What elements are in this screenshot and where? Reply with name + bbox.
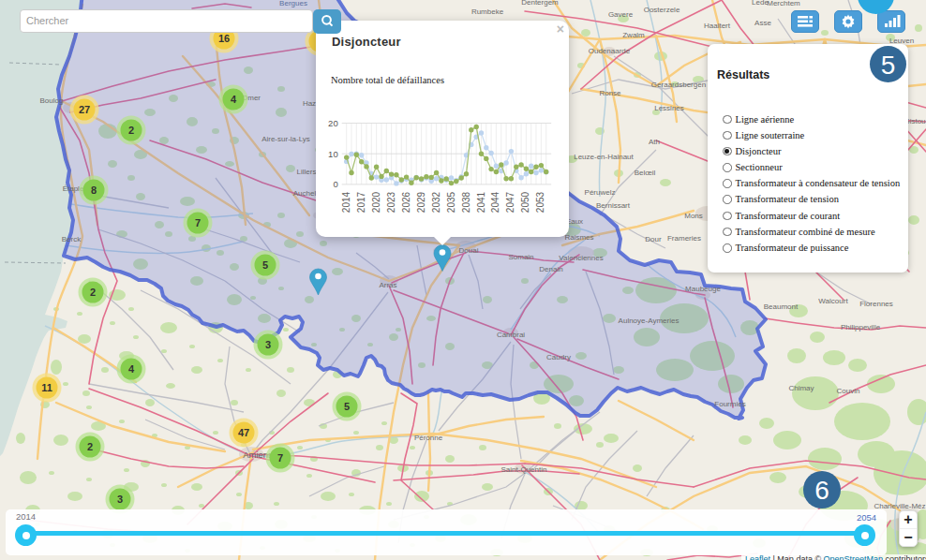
svg-text:Lillers: Lillers bbox=[297, 168, 317, 176]
svg-text:Raismes: Raismes bbox=[564, 233, 593, 242]
svg-text:Ath: Ath bbox=[649, 138, 660, 146]
svg-text:Haaltert: Haaltert bbox=[704, 22, 731, 30]
svg-text:Gavere: Gavere bbox=[608, 10, 634, 19]
svg-text:Oosterzele: Oosterzele bbox=[644, 6, 680, 14]
svg-text:Oudenaarde: Oudenaarde bbox=[589, 47, 631, 55]
svg-text:Saint-Quentin: Saint-Quentin bbox=[501, 465, 547, 474]
svg-text:3: 3 bbox=[117, 494, 123, 505]
svg-text:2014: 2014 bbox=[341, 191, 351, 213]
svg-text:Frameries: Frameries bbox=[667, 234, 701, 243]
svg-text:47: 47 bbox=[238, 427, 249, 438]
svg-text:Haz: Haz bbox=[303, 99, 316, 108]
svg-text:Auchel: Auchel bbox=[293, 189, 317, 198]
svg-text:Beaumont: Beaumont bbox=[764, 302, 799, 311]
svg-text:2029: 2029 bbox=[416, 191, 426, 213]
svg-text:Mons: Mons bbox=[684, 212, 703, 220]
svg-text:Merchtem: Merchtem bbox=[767, 0, 800, 7]
svg-text:20: 20 bbox=[328, 118, 338, 128]
svg-text:Leuze-en-Hainaut: Leuze-en-Hainaut bbox=[574, 153, 634, 161]
svg-text:2041: 2041 bbox=[476, 191, 486, 213]
svg-text:Péruwelz: Péruwelz bbox=[585, 188, 616, 197]
svg-text:Dour: Dour bbox=[645, 235, 662, 243]
svg-text:8: 8 bbox=[91, 184, 97, 196]
svg-text:Zwalm: Zwalm bbox=[622, 31, 645, 39]
svg-text:2053: 2053 bbox=[535, 191, 545, 213]
svg-text:Belœil: Belœil bbox=[635, 169, 656, 177]
svg-text:2035: 2035 bbox=[446, 191, 456, 213]
svg-text:2038: 2038 bbox=[461, 191, 471, 213]
svg-text:Florennes: Florennes bbox=[859, 300, 893, 308]
svg-text:Rumbeke: Rumbeke bbox=[471, 7, 504, 16]
svg-text:Caudry: Caudry bbox=[546, 353, 571, 361]
svg-text:Geraardsbergen: Geraardsbergen bbox=[651, 81, 706, 89]
svg-text:2032: 2032 bbox=[431, 191, 441, 213]
svg-text:Bernissart: Bernissart bbox=[596, 201, 631, 210]
svg-text:Berck: Berck bbox=[62, 235, 82, 243]
svg-text:Philippeville: Philippeville bbox=[841, 323, 881, 332]
svg-text:4: 4 bbox=[231, 94, 237, 105]
svg-text:Arras: Arras bbox=[379, 281, 396, 289]
svg-text:2023: 2023 bbox=[386, 191, 396, 213]
svg-text:Valenciennes: Valenciennes bbox=[559, 254, 603, 262]
svg-text:Douai: Douai bbox=[459, 246, 479, 255]
svg-text:2017: 2017 bbox=[356, 191, 366, 213]
svg-text:10: 10 bbox=[328, 149, 338, 159]
svg-text:Couvin: Couvin bbox=[837, 387, 860, 395]
svg-text:11: 11 bbox=[41, 382, 52, 393]
svg-text:Lessines: Lessines bbox=[654, 104, 684, 112]
svg-text:Péronne: Péronne bbox=[414, 434, 443, 442]
svg-text:Ronse: Ronse bbox=[599, 89, 621, 97]
svg-text:Aire-sur-la-Lys: Aire-sur-la-Lys bbox=[261, 135, 310, 143]
svg-text:0: 0 bbox=[333, 179, 337, 189]
svg-text:Maubeuge: Maubeuge bbox=[685, 285, 721, 293]
svg-text:2: 2 bbox=[90, 287, 96, 298]
svg-text:Asse: Asse bbox=[754, 19, 771, 27]
svg-text:Dentergem: Dentergem bbox=[521, 0, 559, 7]
svg-text:Chimay: Chimay bbox=[788, 384, 814, 392]
svg-text:Walcourt: Walcourt bbox=[818, 297, 848, 305]
svg-text:2026: 2026 bbox=[401, 191, 411, 213]
svg-text:7: 7 bbox=[195, 217, 201, 228]
svg-text:2020: 2020 bbox=[371, 191, 381, 213]
svg-text:16: 16 bbox=[218, 33, 230, 44]
svg-text:Cambrai: Cambrai bbox=[497, 331, 525, 339]
svg-text:27: 27 bbox=[79, 104, 90, 115]
svg-text:Aulnoye-Aymeries: Aulnoye-Aymeries bbox=[619, 317, 680, 325]
svg-text:Bergues: Bergues bbox=[279, 0, 307, 7]
svg-text:Boulog: Boulog bbox=[40, 96, 64, 105]
svg-text:2050: 2050 bbox=[520, 191, 530, 213]
svg-text:5: 5 bbox=[262, 259, 268, 271]
svg-text:3: 3 bbox=[265, 339, 271, 350]
svg-text:Denain: Denain bbox=[539, 265, 562, 273]
svg-text:2: 2 bbox=[128, 125, 134, 136]
svg-text:5: 5 bbox=[344, 401, 350, 412]
svg-text:4: 4 bbox=[128, 363, 135, 375]
svg-text:7: 7 bbox=[277, 452, 283, 464]
svg-text:2044: 2044 bbox=[490, 191, 500, 213]
svg-text:Somain: Somain bbox=[508, 253, 533, 261]
svg-text:2: 2 bbox=[87, 441, 93, 452]
svg-text:Fourmies: Fourmies bbox=[714, 400, 745, 408]
svg-text:2047: 2047 bbox=[505, 191, 515, 213]
